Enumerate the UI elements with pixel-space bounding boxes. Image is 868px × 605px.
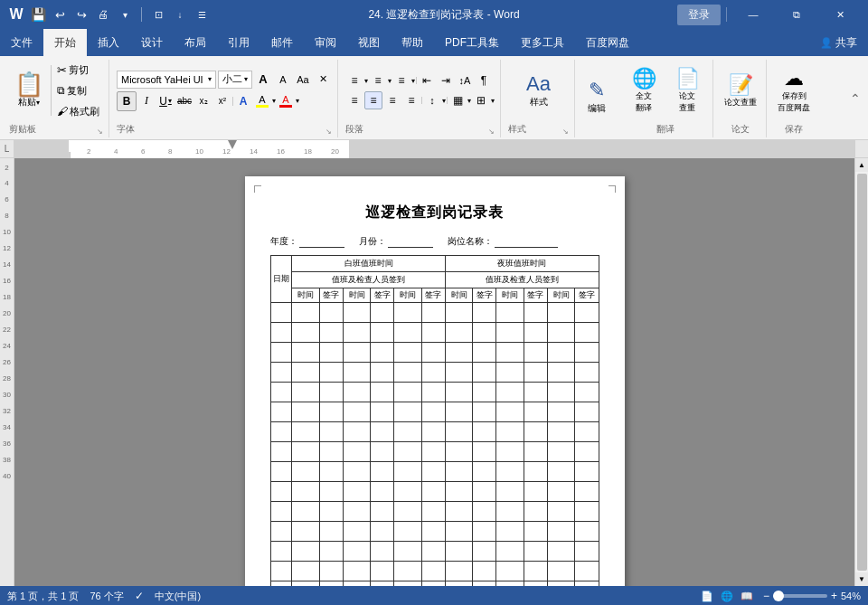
vertical-scrollbar[interactable]: ▲ ▼ — [854, 158, 868, 586]
strikethrough-button[interactable]: abc — [175, 92, 193, 110]
multilevel-arrow[interactable]: ▾ — [411, 77, 415, 85]
superscript-button[interactable]: x² — [213, 92, 231, 110]
tab-home[interactable]: 开始 — [43, 29, 87, 56]
font-expand-icon[interactable]: ↘ — [326, 128, 332, 136]
zoom-in-btn[interactable]: + — [831, 590, 837, 602]
tab-review[interactable]: 审阅 — [304, 29, 347, 56]
print-btn[interactable]: 🖨 — [94, 5, 112, 24]
tab-insert[interactable]: 插入 — [87, 29, 130, 56]
numbering-arrow[interactable]: ▾ — [388, 77, 392, 85]
sign-cell — [421, 482, 445, 502]
tab-baidu[interactable]: 百度网盘 — [575, 29, 640, 56]
sign-cell — [473, 522, 496, 542]
shading-arrow[interactable]: ▾ — [467, 97, 471, 105]
align-center-button[interactable]: ≡ — [364, 91, 382, 109]
borders-arrow[interactable]: ▾ — [491, 97, 495, 105]
minimize-btn[interactable]: — — [732, 0, 774, 29]
align-right-button[interactable]: ≡ — [383, 91, 401, 109]
paper-btn[interactable]: 📝 论文查重 — [721, 71, 760, 110]
web-view-btn[interactable]: 🌐 — [718, 587, 736, 605]
align-left-button[interactable]: ≡ — [345, 91, 363, 109]
format-painter-button[interactable]: 🖌 格式刷 — [53, 101, 103, 121]
change-case-button[interactable]: Aa — [294, 71, 312, 89]
tab-help[interactable]: 帮助 — [391, 29, 434, 56]
numbering-button[interactable]: ≡ — [369, 71, 387, 90]
scroll-thumb[interactable] — [857, 174, 867, 571]
font-size-selector[interactable]: 小二 ▾ — [218, 71, 252, 89]
font-color-arrow[interactable]: ▾ — [296, 97, 299, 105]
underline-button[interactable]: U▾ — [156, 92, 175, 110]
tab-file[interactable]: 文件 — [0, 29, 43, 56]
scroll-down-arrow[interactable]: ▼ — [855, 572, 869, 586]
ribbon-collapse-btn[interactable]: ⌃ — [846, 60, 864, 137]
undo-btn[interactable]: ↩ — [51, 5, 69, 24]
multilevel-button[interactable]: ≡ — [392, 71, 410, 90]
bullets-arrow[interactable]: ▾ — [364, 77, 368, 85]
italic-button[interactable]: I — [137, 92, 156, 110]
bold-button[interactable]: B — [117, 91, 137, 111]
reread-button[interactable]: 📄 论文 查重 — [667, 65, 707, 116]
increase-indent-button[interactable]: ⇥ — [437, 71, 455, 90]
decrease-indent-button[interactable]: ⇤ — [418, 71, 436, 90]
font-name-selector[interactable]: Microsoft YaHei UI ▾ — [117, 71, 216, 89]
redo-btn[interactable]: ↪ — [72, 5, 90, 24]
font-shrink-button[interactable]: A — [274, 71, 292, 89]
time-cell — [394, 581, 421, 587]
tab-more-tools[interactable]: 更多工具 — [510, 29, 575, 56]
shading-button[interactable]: ▦ — [448, 91, 467, 109]
login-button[interactable]: 登录 — [677, 5, 721, 25]
style-button[interactable]: Aa 样式 — [519, 71, 559, 110]
document-area[interactable]: 巡逻检查到岗记录表 年度： 月份： 岗位名称： — [14, 158, 854, 586]
tab-pdf[interactable]: PDF工具集 — [434, 29, 510, 56]
more-tools-btn[interactable]: ⊡ — [149, 5, 167, 24]
subscript-button[interactable]: x₂ — [194, 92, 212, 110]
tab-mailings[interactable]: 邮件 — [260, 29, 304, 56]
sign-cell — [421, 462, 445, 482]
sign-cell — [371, 402, 394, 422]
text-effect-button[interactable]: A — [234, 92, 252, 110]
toolbar-more-btn[interactable]: ☰ — [193, 5, 211, 24]
cut-button[interactable]: ✂ 剪切 — [53, 60, 103, 80]
tab-layout[interactable]: 布局 — [174, 29, 217, 56]
font-color-button[interactable]: A — [277, 92, 295, 110]
zoom-control[interactable]: − + 54% — [763, 590, 861, 602]
auto-save-btn[interactable]: ↓ — [171, 5, 189, 24]
paste-button[interactable]: 📋 粘贴▾ — [9, 71, 49, 110]
sign-cell — [524, 363, 547, 383]
line-spacing-button[interactable]: ↕ — [423, 91, 441, 109]
line-spacing-arrow[interactable]: ▾ — [442, 97, 446, 105]
scroll-up-arrow[interactable]: ▲ — [855, 158, 869, 172]
borders-button[interactable]: ⊞ — [472, 91, 490, 109]
clear-format-button[interactable]: ✕ — [314, 71, 332, 89]
save-cloud-button[interactable]: ☁ 保存到 百度网盘 — [774, 65, 814, 116]
share-btn[interactable]: 👤 共享 — [809, 29, 868, 56]
time-cell — [394, 363, 421, 383]
share-label: 共享 — [835, 35, 857, 51]
save-quick-btn[interactable]: 💾 — [29, 5, 47, 24]
tab-design[interactable]: 设计 — [130, 29, 174, 56]
font-grow-button[interactable]: A — [254, 71, 272, 89]
maximize-btn[interactable]: ⧉ — [776, 0, 817, 29]
sort-button[interactable]: ↕A — [456, 71, 474, 90]
zoom-slider[interactable] — [773, 594, 827, 598]
sign-cell — [371, 502, 394, 522]
tab-view[interactable]: 视图 — [347, 29, 391, 56]
show-marks-button[interactable]: ¶ — [475, 71, 493, 90]
justify-button[interactable]: ≡ — [402, 91, 420, 109]
style-expand-icon[interactable]: ↘ — [562, 128, 569, 136]
full-translate-button[interactable]: 🌐 全文 翻译 — [624, 65, 664, 116]
highlight-arrow[interactable]: ▾ — [272, 97, 276, 105]
zoom-out-btn[interactable]: − — [763, 590, 769, 602]
edit-button[interactable]: ✎ 编辑 — [582, 77, 611, 117]
clipboard-expand-icon[interactable]: ↘ — [97, 128, 103, 136]
print-view-btn[interactable]: 📄 — [698, 587, 716, 605]
text-highlight-button[interactable]: A — [253, 92, 271, 110]
tab-references[interactable]: 引用 — [217, 29, 260, 56]
bullets-button[interactable]: ≡ — [345, 71, 363, 90]
zoom-thumb[interactable] — [773, 591, 784, 601]
para-expand-icon[interactable]: ↘ — [488, 128, 495, 136]
close-btn[interactable]: ✕ — [819, 0, 861, 29]
focus-view-btn[interactable]: 📖 — [738, 587, 756, 605]
copy-button[interactable]: ⧉ 复制 — [53, 80, 103, 100]
customize-quick-btn[interactable]: ▾ — [116, 5, 134, 24]
